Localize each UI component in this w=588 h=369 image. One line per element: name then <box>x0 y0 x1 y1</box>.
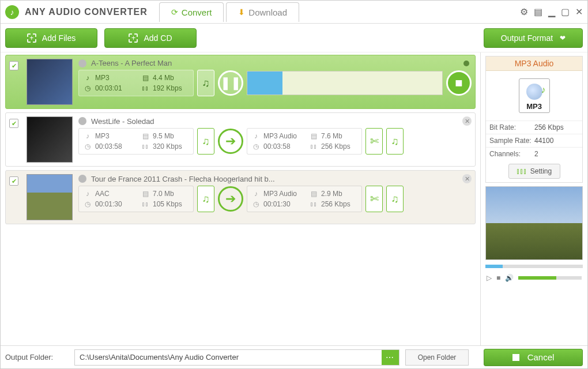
track-row[interactable]: ✔ Tour de France 2011 Crash - Flecha Hoo… <box>5 170 476 224</box>
album-art <box>27 116 73 163</box>
disc-icon <box>78 175 86 183</box>
video-preview[interactable] <box>485 186 583 260</box>
clock-icon: ◷ <box>252 200 260 208</box>
close-icon[interactable]: ✕ <box>575 6 583 17</box>
side-panel: MP3 Audio MP3 Bit Rate:256 Kbps Sample R… <box>480 52 587 345</box>
app-title: ANY AUDIO CONVERTER <box>25 7 148 17</box>
app-logo-icon: ♪ <box>5 5 19 19</box>
add-cd-button[interactable]: +Add CD <box>104 28 197 48</box>
browse-button[interactable]: ⋯ <box>382 350 399 365</box>
edit-tags-button[interactable]: ♫ <box>197 128 214 155</box>
bottom-bar: Output Folder: ⋯ Open Folder Cancel <box>1 345 587 368</box>
dest-meta: ♪MP3 Audio ▤2.9 Mb ◷00:01:30 ⫾⫾256 Kbps <box>247 186 362 212</box>
track-list: ✔ A-Teens - A Perfect Man ♪MP3 ▤4.4 Mb ◷… <box>1 52 480 345</box>
dest-meta: ♪MP3 Audio ▤7.6 Mb ◷00:03:58 ⫾⫾256 Kbps <box>247 128 362 155</box>
file-icon: ▤ <box>310 132 318 140</box>
convert-arrow-button[interactable]: ➔ <box>218 129 243 154</box>
play-progress[interactable] <box>247 71 443 95</box>
title-bar: ♪ ANY AUDIO CONVERTER ⟳Convert ⬇Download… <box>1 1 587 24</box>
tab-download[interactable]: ⬇Download <box>226 2 299 22</box>
note-icon: ♪ <box>252 190 260 198</box>
stop-button[interactable]: ■ <box>446 70 472 96</box>
maximize-icon[interactable]: ▢ <box>561 6 570 17</box>
file-icon: ▤ <box>141 132 149 140</box>
plus-icon: + <box>129 33 138 43</box>
album-art <box>27 59 73 105</box>
bars-icon: ⫾⫾ <box>141 84 149 92</box>
status-dot-icon <box>463 61 469 66</box>
remove-row-button[interactable]: ✕ <box>462 116 472 126</box>
edit-tags-button[interactable]: ♫ <box>386 128 404 155</box>
output-format-label: MP3 Audio <box>486 57 582 71</box>
window-controls: ⚙ ▤ ▁ ▢ ✕ <box>520 6 583 17</box>
cancel-button[interactable]: Cancel <box>484 349 583 366</box>
pause-button[interactable]: ❚❚ <box>218 70 243 96</box>
refresh-icon: ⟳ <box>171 7 178 17</box>
row-checkbox[interactable]: ✔ <box>9 119 18 128</box>
output-format-button[interactable]: Output Format❤ <box>484 28 583 48</box>
output-folder-field: ⋯ <box>74 349 399 366</box>
note-icon: ♪ <box>84 74 92 82</box>
note-icon: ♪ <box>252 132 260 140</box>
clock-icon: ◷ <box>84 142 92 150</box>
row-checkbox[interactable]: ✔ <box>9 61 18 70</box>
plus-icon: + <box>27 33 36 43</box>
disc-icon <box>78 117 86 125</box>
play-icon[interactable]: ▷ <box>487 274 492 282</box>
source-meta: ♪MP3 ▤9.5 Mb ◷00:03:58 ⫾⫾320 Kbps <box>78 128 194 155</box>
output-props: Bit Rate:256 Kbps Sample Rate:44100 Chan… <box>486 121 582 160</box>
track-row[interactable]: ✔ WestLife - Soledad✕ ♪MP3 ▤9.5 Mb ◷00:0… <box>5 112 476 167</box>
volume-slider[interactable] <box>518 276 582 280</box>
track-title: Tour de France 2011 Crash - Flecha Hooge… <box>91 175 275 183</box>
note-icon: ♪ <box>84 132 92 140</box>
minimize-icon[interactable]: ▁ <box>548 6 555 17</box>
video-thumb <box>27 174 73 220</box>
note-icon: ♪ <box>84 190 92 198</box>
setting-button[interactable]: ⫿⫿⫿Setting <box>508 164 560 179</box>
stop-square-icon <box>512 354 519 361</box>
add-files-button[interactable]: +Add Files <box>5 28 97 48</box>
output-format-icon: MP3 <box>486 71 582 121</box>
open-folder-button[interactable]: Open Folder <box>405 349 469 366</box>
edit-tags-button[interactable]: ♫ <box>197 186 214 212</box>
output-folder-label: Output Folder: <box>5 353 69 362</box>
main-tabs: ⟳Convert ⬇Download <box>159 2 299 22</box>
trim-button[interactable]: ✄ <box>365 128 383 155</box>
clock-icon: ◷ <box>84 84 92 92</box>
trim-button[interactable]: ✄ <box>365 186 383 212</box>
menu-icon[interactable]: ▤ <box>534 6 542 17</box>
convert-arrow-button[interactable]: ➔ <box>218 186 243 212</box>
sliders-icon: ⫿⫿⫿ <box>517 167 527 175</box>
track-row[interactable]: ✔ A-Teens - A Perfect Man ♪MP3 ▤4.4 Mb ◷… <box>5 55 476 109</box>
edit-tags-button[interactable]: ♫ <box>197 70 214 96</box>
clock-icon: ◷ <box>252 142 260 150</box>
bars-icon: ⫾⫾ <box>310 200 318 208</box>
stop-icon[interactable]: ■ <box>496 274 500 282</box>
bars-icon: ⫾⫾ <box>310 142 318 150</box>
chevron-down-icon: ❤ <box>560 34 566 42</box>
file-icon: ▤ <box>141 190 149 198</box>
tab-convert[interactable]: ⟳Convert <box>159 2 224 22</box>
disc-icon <box>78 59 86 67</box>
output-folder-input[interactable] <box>75 350 382 365</box>
speaker-icon[interactable]: 🔊 <box>505 274 514 282</box>
source-meta: ♪MP3 ▤4.4 Mb ◷00:03:01 ⫾⫾192 Kbps <box>78 70 194 96</box>
remove-row-button[interactable]: ✕ <box>462 174 472 183</box>
toolbar: +Add Files +Add CD Output Format❤ <box>1 24 587 52</box>
file-icon: ▤ <box>310 190 318 198</box>
preview-seek[interactable] <box>485 265 583 268</box>
bars-icon: ⫾⫾ <box>141 200 149 208</box>
track-title: A-Teens - A Perfect Man <box>91 59 172 67</box>
main-area: ✔ A-Teens - A Perfect Man ♪MP3 ▤4.4 Mb ◷… <box>1 52 587 345</box>
bars-icon: ⫾⫾ <box>141 142 149 150</box>
preview-controls: ▷ ■ 🔊 <box>485 272 583 284</box>
download-icon: ⬇ <box>238 7 245 17</box>
edit-tags-button[interactable]: ♫ <box>386 186 404 212</box>
row-checkbox[interactable]: ✔ <box>9 176 18 186</box>
clock-icon: ◷ <box>84 200 92 208</box>
track-title: WestLife - Soledad <box>91 117 154 126</box>
file-icon: ▤ <box>141 74 149 82</box>
mp3-file-icon: MP3 <box>519 78 550 113</box>
output-format-box: MP3 Audio MP3 Bit Rate:256 Kbps Sample R… <box>485 56 583 183</box>
settings-icon[interactable]: ⚙ <box>520 6 528 17</box>
